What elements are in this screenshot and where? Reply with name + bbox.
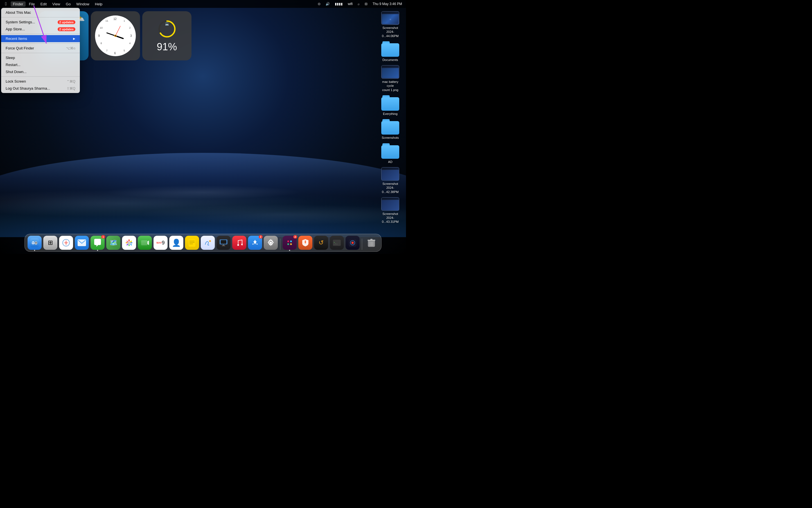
svg-rect-54 bbox=[223, 245, 224, 245]
control-center-icon[interactable]: ⊟ bbox=[363, 1, 369, 6]
dock-freeform[interactable] bbox=[201, 236, 215, 250]
svg-text:8: 8 bbox=[101, 42, 102, 45]
finder-icon bbox=[30, 238, 39, 247]
desktop-icon-screenshots-folder[interactable]: Screenshots bbox=[379, 119, 401, 140]
battery-ring-svg: 💻 bbox=[157, 19, 177, 39]
dock-photos[interactable] bbox=[122, 236, 136, 250]
desktop-icon-documents[interactable]: Documents bbox=[379, 41, 401, 62]
datetime-display[interactable]: Thu 9 May 3:46 PM bbox=[371, 1, 404, 6]
dock-system-settings[interactable] bbox=[264, 236, 278, 250]
svg-text:4: 4 bbox=[129, 42, 130, 45]
dock-music[interactable] bbox=[232, 236, 246, 250]
documents-folder-icon bbox=[381, 41, 399, 57]
desktop-icon-screenshot3[interactable]: Screenshot2024-0...43.31PM bbox=[379, 197, 401, 224]
desktop-icon-screenshot1[interactable]: ⊟ Screenshot2024-0...44.06PM bbox=[379, 11, 401, 38]
desktop-icon-ad-folder[interactable]: AD bbox=[379, 143, 401, 164]
topnotch-icon: ⊙ bbox=[316, 1, 322, 6]
menu-item-restart[interactable]: Restart... bbox=[1, 61, 80, 68]
desktop:  Finder File Edit View Go Window Help ⊙… bbox=[0, 0, 406, 254]
menubar-go[interactable]: Go bbox=[64, 1, 73, 7]
dock-tv[interactable] bbox=[217, 236, 231, 250]
desktop-icon-screenshot2[interactable]: Screenshot2024-0...42.38PM bbox=[379, 167, 401, 194]
svg-text:💻: 💻 bbox=[165, 22, 169, 26]
menu-item-logout[interactable]: Log Out Shaurya Sharma... ⇧⌘Q bbox=[1, 85, 80, 92]
menu-item-force-quit[interactable]: Force Quit Finder ⌥⌘⎋ bbox=[1, 45, 80, 52]
svg-rect-35 bbox=[78, 240, 86, 246]
svg-rect-59 bbox=[287, 241, 289, 242]
svg-line-16 bbox=[116, 26, 121, 36]
battery-menubar-icon[interactable]: ▮▮▮▮ bbox=[333, 1, 344, 6]
terminal-icon: >_ bbox=[333, 240, 341, 246]
desktop-icon-battery-png[interactable]: mac battery cyclecount 1.png bbox=[379, 65, 401, 92]
dock-facetime[interactable] bbox=[138, 236, 152, 250]
dock-safari[interactable] bbox=[59, 236, 73, 250]
apple-menu-dropdown: About This Mac System Settings... 2 upda… bbox=[1, 8, 80, 93]
dock-contacts[interactable]: 👤 bbox=[169, 236, 183, 250]
dock-divider bbox=[280, 239, 280, 250]
menu-item-system-settings[interactable]: System Settings... 2 updates bbox=[1, 18, 80, 26]
dock-messages[interactable]: 1 bbox=[90, 236, 105, 250]
messages-icon bbox=[93, 238, 102, 247]
clock-widget: 12 3 6 9 1 2 4 5 7 8 10 11 bbox=[91, 11, 140, 60]
svg-rect-37 bbox=[128, 240, 129, 241]
menu-item-app-store[interactable]: App Store... 2 updates bbox=[1, 26, 80, 33]
screenshot2-content bbox=[382, 170, 398, 180]
menubar-finder[interactable]: Finder bbox=[11, 1, 26, 7]
calendar-month: MAY bbox=[156, 242, 162, 244]
svg-text:10: 10 bbox=[100, 27, 103, 29]
svg-rect-53 bbox=[221, 240, 226, 244]
brave-icon bbox=[302, 239, 309, 247]
dock-slack[interactable]: 2 bbox=[282, 236, 297, 250]
menubar-window[interactable]: Window bbox=[74, 1, 91, 7]
menubar-view[interactable]: View bbox=[50, 1, 63, 7]
svg-text:2: 2 bbox=[129, 27, 130, 29]
menubar-file[interactable]: File bbox=[27, 1, 37, 7]
dock-trash[interactable] bbox=[364, 236, 379, 250]
dock-rottenherring[interactable]: ↺ bbox=[314, 236, 328, 250]
menubar-help[interactable]: Help bbox=[93, 1, 105, 7]
menu-item-about[interactable]: About This Mac bbox=[1, 9, 80, 16]
menu-item-sleep[interactable]: Sleep bbox=[1, 54, 80, 61]
trash-icon bbox=[368, 238, 375, 247]
svg-text:1: 1 bbox=[123, 19, 125, 22]
apple-menu-button[interactable]:  bbox=[2, 1, 9, 7]
menubar:  Finder File Edit View Go Window Help ⊙… bbox=[0, 0, 406, 8]
dock-terminal[interactable]: >_ bbox=[330, 236, 344, 250]
force-quit-shortcut: ⌥⌘⎋ bbox=[66, 46, 75, 50]
menu-item-shutdown[interactable]: Shut Down... bbox=[1, 68, 80, 75]
svg-point-24 bbox=[35, 241, 37, 245]
slack-badge: 2 bbox=[293, 235, 297, 239]
menu-divider-3 bbox=[1, 43, 80, 44]
menubar-edit[interactable]: Edit bbox=[38, 1, 49, 7]
menu-item-lock-screen[interactable]: Lock Screen ⌃⌘Q bbox=[1, 78, 80, 85]
screenshot3-thumbnail bbox=[381, 197, 399, 211]
ad-folder-icon bbox=[381, 143, 399, 159]
dock-finder[interactable] bbox=[28, 236, 42, 250]
volume-icon[interactable]: 🔊 bbox=[324, 1, 332, 6]
notes-icon bbox=[189, 239, 195, 247]
dock-screenrecorder[interactable] bbox=[346, 236, 360, 250]
dock-appstore[interactable]: 2 bbox=[248, 236, 262, 250]
dock-maps[interactable]: 🗺️ bbox=[106, 236, 120, 250]
system-settings-badge: 2 updates bbox=[57, 20, 75, 24]
calendar-day: 9 bbox=[162, 240, 165, 246]
svg-rect-60 bbox=[290, 241, 292, 242]
search-icon[interactable]: ⌕ bbox=[356, 1, 361, 6]
dock: ⊞ 1 bbox=[25, 234, 382, 252]
svg-point-28 bbox=[36, 243, 37, 243]
svg-text:11: 11 bbox=[106, 19, 108, 22]
screenshot1-thumbnail: ⊟ bbox=[381, 11, 399, 25]
dock-calendar[interactable]: MAY 9 bbox=[154, 236, 167, 250]
dock-brave[interactable] bbox=[298, 236, 312, 250]
svg-rect-44 bbox=[130, 244, 132, 246]
dock-notes[interactable] bbox=[185, 236, 199, 250]
safari-icon bbox=[62, 238, 71, 247]
menubar-left:  Finder File Edit View Go Window Help bbox=[2, 1, 105, 7]
menu-item-recent-items[interactable]: Recent Items ▶ bbox=[1, 35, 80, 42]
svg-text:12: 12 bbox=[113, 17, 117, 20]
wifi-icon[interactable]: wifi bbox=[346, 1, 354, 6]
dock-mail[interactable] bbox=[75, 236, 89, 250]
everything-label: Everything bbox=[383, 112, 397, 116]
dock-launchpad[interactable]: ⊞ bbox=[43, 236, 57, 250]
desktop-icon-everything[interactable]: Everything bbox=[379, 95, 401, 116]
